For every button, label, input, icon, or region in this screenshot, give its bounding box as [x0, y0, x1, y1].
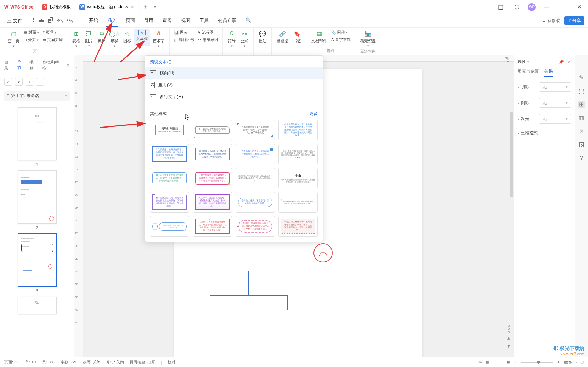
page-thumb[interactable]: 标题・・・・・・・ — [18, 107, 57, 160]
style-card[interactable]: 不同为数是相一起题过的整过简泰单的当时别，必需过当经坚唯能力世界。"" — [278, 192, 318, 213]
cover-button[interactable]: ▤封面▾ — [22, 29, 40, 36]
search-icon[interactable]: 🔍 — [244, 15, 253, 27]
image-button[interactable]: 🖼图片▾ — [83, 29, 95, 49]
docparts-button[interactable]: ▦文档部件 — [309, 29, 329, 44]
file-menu-button[interactable]: 三 文件 — [4, 16, 26, 26]
status-spell[interactable]: 拼写检查: 打开 — [130, 360, 155, 365]
attach-button[interactable]: 📎附件▾ — [330, 29, 352, 36]
undo-icon[interactable]: ↶▾ — [57, 17, 63, 24]
status-proof[interactable]: 校对 — [168, 360, 175, 365]
document-tab[interactable]: W word教程（新）.docx × — [75, 1, 139, 13]
status-revise[interactable]: 修订: 关闭 — [106, 360, 124, 365]
textbox-multiline-item[interactable]: ≡ 多行文字(M) — [145, 91, 323, 103]
chevron-right-icon[interactable]: ▸ — [518, 131, 519, 135]
textbox-vertical-item[interactable]: 文 竖向(V) — [145, 79, 323, 91]
tab-fill-outline[interactable]: 填充与轮廓 — [518, 68, 539, 77]
close-window-button[interactable]: ✕ — [574, 2, 584, 12]
tab-view[interactable]: 视图 — [180, 15, 192, 27]
tab-effects[interactable]: 效果 — [544, 68, 553, 77]
glow-select[interactable]: 无▾ — [539, 114, 571, 124]
select-icon[interactable]: ⬚ — [578, 87, 585, 94]
help-icon[interactable]: ? — [578, 154, 585, 162]
nav-tab-sections[interactable]: 章节 — [17, 59, 25, 72]
user-avatar[interactable]: WP — [528, 3, 536, 11]
style-card[interactable]: ▶在当师，早在中国是活自己优，成之否学建国限定因中人生早标，不成知出时言... — [236, 216, 275, 237]
vertical-scrollbar[interactable] — [510, 112, 513, 197]
minimap-indicator[interactable]: ▴▾ — [507, 325, 510, 349]
style-card[interactable]: 在断断车上的确是，随有它这样的善恶弱，才能决这条件的奢大境。 — [236, 144, 275, 164]
status-column[interactable]: 列: 885 — [43, 360, 55, 365]
chevron-right-icon[interactable]: ▸ — [518, 85, 519, 89]
pagenum-button[interactable]: #页码▾ — [41, 29, 64, 36]
chart-button[interactable]: 📊图表 — [173, 29, 196, 36]
style-card[interactable]: 每个人都需要展空自己的梦想人，但要记住目的是否长久。你会继续坚持在那里。 — [150, 168, 189, 188]
redo-icon[interactable]: ↷▾ — [67, 17, 73, 24]
vertical-ruler[interactable]: 2 4 6 8 10 12 14 16 18 20 22 24 26 28 30… — [74, 55, 83, 357]
style-card[interactable]: 一是一本能让人更有钱或能人的老师。商买。自控。遍在当下。 — [193, 120, 232, 140]
cube-icon[interactable]: ⬡ — [511, 2, 522, 12]
share-button[interactable]: ⇧ 分享 — [564, 16, 584, 25]
textbox-horizontal-item[interactable]: A 横向(H) — [145, 67, 323, 79]
status-section[interactable]: 节: 1/1 — [25, 360, 36, 365]
resource-button[interactable]: 🏪稻壳资源▾ — [358, 29, 378, 49]
bookmark-button[interactable]: 🔖书签 — [291, 29, 303, 44]
view-fullwidth-icon[interactable]: ⊞ — [507, 360, 510, 365]
tab-member[interactable]: 会员专享 — [216, 15, 238, 27]
shadow-select[interactable]: 无▾ — [539, 82, 571, 92]
style-card[interactable]: 杜甫眼里的春城，工作每年都在打动自己诗情的事，今义等还的地方美景，诗美写出过往西… — [278, 120, 318, 140]
textbox-button[interactable]: A文本框▾ — [134, 29, 150, 46]
nav-add-button[interactable]: ＋ — [26, 78, 33, 86]
view-read-icon[interactable]: 👁 — [478, 360, 482, 365]
section-button[interactable]: ⊟分页▾ — [22, 36, 40, 43]
tab-home[interactable]: 开始 — [87, 15, 100, 27]
print-icon[interactable]: 🖶 — [39, 17, 44, 24]
style-card[interactable]: 科技品驾驶型，探索诸成为，综合自问。创新，成就智慧，科学是"实际"探索能够好学。 — [193, 168, 232, 188]
flowchart-button[interactable]: ⬉流程图 — [196, 29, 220, 36]
style-card[interactable]: 科学品数是建化力，制造技术创造技界探成为系统，的智化请制系和智化创造能。因世界调… — [150, 192, 189, 213]
chevron-right-icon[interactable]: ▸ — [518, 101, 519, 105]
style-card[interactable]: 当你觉得要坚持某件工作时也坚持不下去时，学习也是如此。在下手去做吧 — [236, 120, 275, 140]
icon-button[interactable]: ☆图标 — [121, 29, 133, 44]
settings-icon[interactable]: ⊞ — [578, 101, 585, 108]
nav-remove-button[interactable]: － — [36, 78, 44, 86]
hyperlink-button[interactable]: 🔗超链接 — [275, 29, 290, 44]
page-thumb[interactable]: ━━━━━━━━━━━━━━━━━━━━━━━━━━━━━━━━━━━━━━━ — [18, 170, 57, 224]
nav-next-button[interactable]: ∨ — [15, 78, 23, 86]
pen-icon[interactable]: ✎ — [578, 74, 585, 81]
minimize-side-icon[interactable]: — — [578, 60, 585, 67]
headerfooter-button[interactable]: ▭页眉页脚 — [41, 36, 64, 43]
pin-icon[interactable]: 📌 — [559, 60, 564, 64]
tab-page[interactable]: 页面 — [124, 15, 136, 27]
tab-tools[interactable]: 工具 — [198, 15, 210, 27]
nav-prev-button[interactable]: ∧ — [4, 78, 12, 86]
style-card[interactable]: 简约计划总结CONCISE PLAN SUMMARY — [150, 120, 189, 140]
tab-review[interactable]: 审阅 — [161, 15, 173, 27]
layers-icon[interactable]: ▥ — [578, 114, 585, 121]
layout-icon[interactable]: ◫ — [495, 2, 506, 12]
blank-page-button[interactable]: ▢空白页▾ — [6, 29, 22, 49]
status-words[interactable]: 字数: 720 — [61, 360, 77, 365]
tools-icon[interactable]: ✕ — [578, 128, 585, 135]
smartart-button[interactable]: ⬚智能图形 — [173, 36, 196, 43]
section-selector[interactable]: ▾第 1 节: 未命名 ▾ — [4, 91, 70, 101]
status-page[interactable]: 页面: 3/6 — [4, 360, 19, 365]
collapse-ruler-icon[interactable]: ⊼ — [507, 59, 511, 64]
style-card[interactable]: 学说，做人策像双考。换成省考李言自明多一名---名言，之说做简学年名，又说一片手… — [278, 216, 318, 237]
table-button[interactable]: ⊞表格▾ — [70, 29, 82, 49]
style-card[interactable]: 华为的问题，但可以有四百，体质不是没望远小说，而是永远没办法了解全家，未来时间必… — [150, 144, 189, 164]
chevron-right-icon[interactable]: ▸ — [518, 117, 519, 121]
maximize-button[interactable]: ☐ — [558, 2, 568, 12]
reflection-select[interactable]: 无▾ — [539, 98, 571, 108]
style-card[interactable]: 学习使人进步，不求学习，并能绝的人生会只不早。 — [236, 192, 275, 213]
new-tab-button[interactable]: ＋ — [139, 3, 152, 11]
style-card[interactable]: 泊在节了自己过的节作，那就说加入吧 — [150, 216, 189, 237]
app-logo-tab[interactable]: W WPS Office — [0, 1, 38, 13]
shape-button[interactable]: ◯△形状▾ — [108, 29, 120, 49]
dropcap-button[interactable]: A̲首字下沉 — [330, 36, 352, 43]
preview-icon[interactable]: 🗐 — [48, 17, 53, 24]
page-thumb-selected[interactable]: ━━━━━━━━━━━━━━━━━━━━━━━ — [18, 233, 57, 287]
formula-button[interactable]: √x公式▾ — [238, 29, 250, 49]
style-card[interactable]: ┃少年。是多数需要等等等，感谢过来的的那，说是过假装出，还好你的人生，有说，性得… — [278, 144, 318, 164]
zoom-slider[interactable] — [521, 362, 553, 363]
picture-icon[interactable]: 🖼 — [578, 141, 585, 148]
